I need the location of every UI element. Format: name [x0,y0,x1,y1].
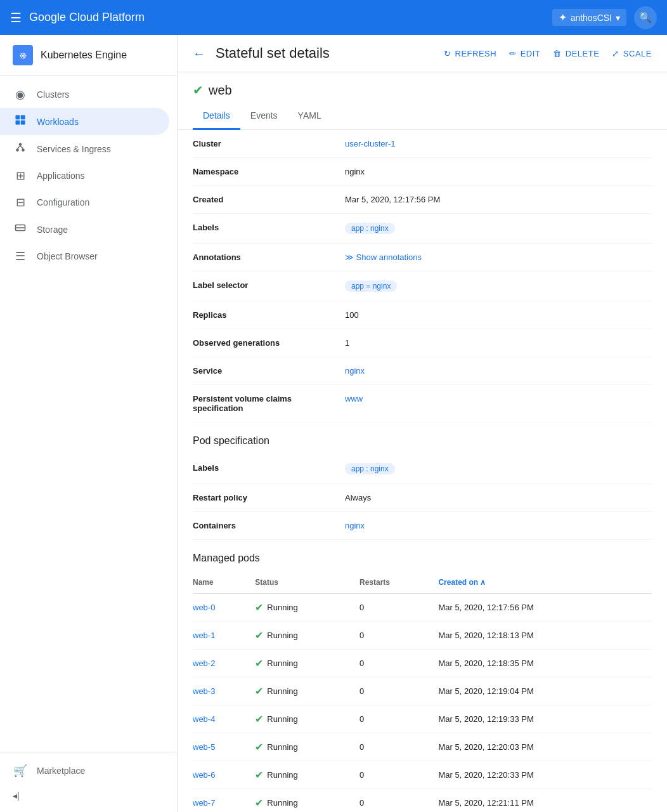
details-table: Cluster user-cluster-1 Namespace nginx C… [193,130,652,422]
pod-status-text: Running [267,798,297,808]
detail-value-annotations: ≫ Show annotations [345,244,652,272]
sidebar-item-workloads[interactable]: Workloads [0,108,169,135]
pod-name-link[interactable]: web-6 [193,770,215,780]
delete-button[interactable]: 🗑 DELETE [553,49,599,58]
service-link[interactable]: nginx [345,366,365,376]
col-status: Status [255,572,359,594]
sidebar-item-applications[interactable]: ⊞ Applications [0,162,169,189]
sidebar-item-clusters[interactable]: ◉ Clusters [0,81,169,108]
marketplace-icon: 🛒 [13,764,28,778]
sidebar-item-marketplace[interactable]: 🛒 Marketplace [0,757,169,784]
sidebar-item-storage[interactable]: Storage [0,216,169,243]
pod-row: web-7 ✔ Running 0 Mar 5, 2020, 12:21:11 … [193,789,652,813]
detail-value-service: nginx [345,357,652,385]
detail-label-replicas: Replicas [193,301,345,329]
pod-name-link[interactable]: web-3 [193,686,215,696]
detail-label-cluster: Cluster [193,130,345,158]
tab-events[interactable]: Events [240,103,288,130]
sidebar-item-services-ingress[interactable]: Services & Ingress [0,135,169,162]
pod-spec-label-restart: Restart policy [193,484,345,512]
detail-tabs: Details Events YAML [178,103,667,130]
running-icon: ✔ [255,657,263,669]
pod-status-text: Running [267,658,297,668]
sidebar-item-label: Applications [37,171,85,181]
pod-name-link[interactable]: web-2 [193,658,215,668]
pod-created-on: Mar 5, 2020, 12:19:33 PM [438,705,652,733]
detail-value-replicas: 100 [345,301,652,329]
label-selector-chip: app = nginx [345,280,397,292]
sidebar-collapse-button[interactable]: ◂| [0,784,177,807]
cluster-link[interactable]: user-cluster-1 [345,139,395,148]
scale-icon: ⤢ [612,49,619,58]
scale-button[interactable]: ⤢ SCALE [612,49,652,58]
pod-label-chip: app : nginx [345,463,395,475]
detail-row-service: Service nginx [193,357,652,385]
storage-icon [13,222,28,237]
running-icon: ✔ [255,713,263,725]
tab-details[interactable]: Details [193,103,240,130]
col-restarts: Restarts [359,572,438,594]
refresh-label: REFRESH [455,49,497,58]
col-created-on[interactable]: Created on ∧ [438,572,652,594]
detail-label-observed-generations: Observed generations [193,329,345,357]
pvc-link[interactable]: www [345,394,363,403]
col-name: Name [193,572,255,594]
pod-spec-row-labels: Labels app : nginx [193,454,652,484]
pod-name-link[interactable]: web-5 [193,742,215,752]
show-annotations-button[interactable]: ≫ Show annotations [345,252,422,262]
pod-status: ✔ Running [255,622,359,650]
sidebar-item-label: Storage [37,225,68,235]
detail-value-namespace: nginx [345,158,652,186]
sidebar-title: Kubernetes Engine [41,49,127,61]
sidebar-item-object-browser[interactable]: ☰ Object Browser [0,243,169,270]
running-icon: ✔ [255,741,263,753]
containers-link[interactable]: nginx [345,521,365,530]
detail-row-cluster: Cluster user-cluster-1 [193,130,652,158]
managed-pods-heading: Managed pods [193,540,652,572]
pod-restarts: 0 [359,650,438,678]
pod-name: web-7 [193,789,255,813]
detail-label-annotations: Annotations [193,244,345,272]
edit-icon: ✏ [509,49,517,58]
pod-name-link[interactable]: web-1 [193,631,215,640]
svg-point-5 [16,148,19,152]
project-selector[interactable]: ✦ anthosCSI ▾ [552,9,626,26]
search-button[interactable]: 🔍 [634,6,657,29]
refresh-button[interactable]: ↻ REFRESH [444,49,496,58]
pod-name-link[interactable]: web-0 [193,603,215,612]
label-chip: app : nginx [345,223,395,234]
pod-name-link[interactable]: web-7 [193,798,215,808]
pod-status: ✔ Running [255,705,359,733]
svg-point-4 [19,143,22,146]
pod-restarts: 0 [359,733,438,761]
resource-name: web [209,83,232,98]
pod-spec-row-restart: Restart policy Always [193,484,652,512]
sidebar-item-label: Marketplace [37,766,85,776]
pod-status-text: Running [267,686,297,696]
pod-name-link[interactable]: web-4 [193,714,215,724]
sidebar-item-label: Clusters [37,89,69,100]
svg-line-8 [20,146,23,149]
detail-value-pvc: www [345,385,652,422]
running-icon: ✔ [255,601,263,613]
tab-yaml[interactable]: YAML [288,103,332,130]
sidebar-item-label: Workloads [37,117,79,127]
workloads-icon [13,114,28,129]
sidebar-nav: ◉ Clusters Workloads Services & Ingress … [0,76,177,752]
pod-spec-label-containers: Containers [193,512,345,540]
pod-restarts: 0 [359,678,438,705]
configuration-icon: ⊟ [13,195,28,209]
page-title: Stateful set details [216,45,434,62]
managed-pods-section: Managed pods Name Status Restarts Create… [178,540,667,812]
svg-rect-3 [21,121,25,125]
sidebar-item-configuration[interactable]: ⊟ Configuration [0,189,169,216]
svg-rect-1 [21,115,25,120]
clusters-icon: ◉ [13,88,28,102]
edit-button[interactable]: ✏ EDIT [509,49,540,58]
hamburger-icon[interactable]: ☰ [10,10,22,25]
main-content: ← Stateful set details ↻ REFRESH ✏ EDIT … [178,35,667,812]
detail-label-namespace: Namespace [193,158,345,186]
svg-line-7 [18,146,21,149]
back-button[interactable]: ← [193,46,205,61]
pod-name: web-3 [193,678,255,705]
